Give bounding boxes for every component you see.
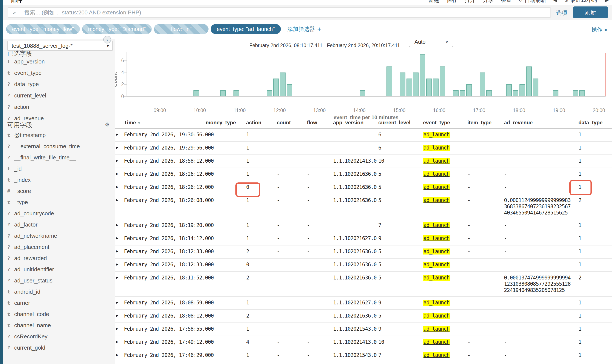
column-header-money_type[interactable]: money_type xyxy=(206,119,246,126)
expand-row-button[interactable]: ▸ xyxy=(114,272,124,281)
menu-item-检查[interactable]: 检查 xyxy=(501,0,511,4)
available-field-_id[interactable]: t_id xyxy=(3,163,115,174)
histogram-bar[interactable] xyxy=(453,90,458,96)
histogram-bar[interactable] xyxy=(280,73,286,96)
expand-row-button[interactable]: ▸ xyxy=(114,336,124,345)
histogram-bar[interactable] xyxy=(420,54,425,96)
histogram-bar[interactable] xyxy=(486,90,492,96)
histogram-bar[interactable] xyxy=(413,73,418,96)
expand-row-button[interactable]: ▸ xyxy=(114,181,124,190)
available-field-ad_rewarded[interactable]: ?ad_rewarded xyxy=(3,253,115,264)
column-header-count[interactable]: count xyxy=(277,119,307,126)
available-field-__external_consume_time__[interactable]: ?__external_consume_time__ xyxy=(3,141,115,152)
chevron-right-icon[interactable]: ▶ xyxy=(605,0,609,4)
menu-item-分享[interactable]: 分享 xyxy=(483,0,494,4)
expand-row-button[interactable]: ▸ xyxy=(114,246,124,254)
expand-row-button[interactable]: ▸ xyxy=(114,310,124,319)
expand-row-button[interactable]: ▸ xyxy=(114,323,124,332)
histogram-bar[interactable] xyxy=(553,90,559,96)
gear-icon[interactable]: ⚙ xyxy=(104,121,110,128)
filter-pill[interactable]: money_type: "Diamond" xyxy=(82,24,152,34)
histogram-bar[interactable] xyxy=(360,90,365,96)
histogram-bar[interactable] xyxy=(533,78,538,96)
available-field-ad_user_status[interactable]: ?ad_user_status xyxy=(3,275,115,286)
available-field-ad_unitIdentifier[interactable]: ?ad_unitIdentifier xyxy=(3,264,115,275)
filter-pill[interactable]: flow: "in" xyxy=(154,24,208,34)
expand-row-button[interactable]: ▸ xyxy=(114,219,124,228)
column-header-data_type[interactable]: data_type xyxy=(578,119,612,126)
available-field-carrier[interactable]: tcarrier xyxy=(3,297,115,309)
column-header-current_level[interactable]: current_level xyxy=(378,119,423,126)
histogram-bar[interactable] xyxy=(526,66,532,96)
expand-row-button[interactable]: ▸ xyxy=(114,168,124,177)
search-input[interactable] xyxy=(24,9,551,16)
expand-row-button[interactable]: ▸ xyxy=(114,155,124,164)
histogram-bar[interactable] xyxy=(440,66,445,96)
refresh-button[interactable]: 刷新 xyxy=(573,6,608,18)
menu-item-最近12小时[interactable]: ⊙最近12小时 xyxy=(564,0,598,4)
histogram-bar[interactable] xyxy=(406,78,412,96)
column-header-ad_revenue[interactable]: ad_revenue xyxy=(504,119,578,126)
menu-item-自动刷新[interactable]: ⟳自动刷新 xyxy=(519,0,546,4)
histogram-bar[interactable] xyxy=(573,90,578,96)
available-field-csRecordKey[interactable]: ?csRecordKey xyxy=(3,331,115,342)
available-field-ad_networkname[interactable]: ?ad_networkname xyxy=(3,230,115,241)
left-nav-strip[interactable] xyxy=(0,0,3,364)
filter-pill[interactable]: event_type: "ad_launch" xyxy=(211,24,281,34)
expand-row-button[interactable]: ▸ xyxy=(114,142,124,151)
histogram-bar[interactable] xyxy=(460,90,465,96)
filter-pill[interactable]: event_type: "money_flow" xyxy=(6,24,80,34)
available-field-channel_name[interactable]: tchannel_name xyxy=(3,320,115,331)
selected-field-app_version[interactable]: tapp_version xyxy=(3,56,115,67)
histogram-bar[interactable] xyxy=(220,90,226,96)
selected-field-data_type[interactable]: ?data_type xyxy=(3,79,115,90)
histogram-bar[interactable] xyxy=(234,90,239,96)
options-link[interactable]: 选项 xyxy=(556,9,567,17)
menu-item-新建[interactable]: 新建 xyxy=(429,0,439,4)
histogram-bar[interactable] xyxy=(579,90,585,96)
selected-field-action[interactable]: ?action xyxy=(3,101,115,113)
column-header-event_type[interactable]: event_type xyxy=(423,119,467,126)
available-field-ad_factor[interactable]: ?ad_factor xyxy=(3,219,115,230)
expand-row-button[interactable]: ▸ xyxy=(114,129,124,137)
menu-item-保存[interactable]: 保存 xyxy=(446,0,457,4)
collapse-sidebar-button[interactable]: ‹ xyxy=(103,36,111,43)
available-field-ad_placement[interactable]: ?ad_placement xyxy=(3,241,115,253)
histogram-bar[interactable] xyxy=(267,90,272,96)
column-header-time[interactable]: Time▼ xyxy=(124,119,206,126)
histogram-bar[interactable] xyxy=(466,84,472,96)
histogram-bar[interactable] xyxy=(387,66,392,96)
selected-field-current_level[interactable]: ?current_level xyxy=(3,90,115,101)
available-field-ad_countrycode[interactable]: ?ad_countrycode xyxy=(3,208,115,219)
menu-item-打开[interactable]: 打开 xyxy=(465,0,475,4)
expand-row-button[interactable]: ▸ xyxy=(114,349,124,358)
available-field-android_id[interactable]: tandroid_id xyxy=(3,286,115,297)
histogram-bar[interactable] xyxy=(513,90,518,96)
available-field-_type[interactable]: t_type xyxy=(3,197,115,208)
histogram-bar[interactable] xyxy=(520,84,525,96)
histogram-bar[interactable] xyxy=(287,84,292,96)
available-field-_index[interactable]: t_index xyxy=(3,174,115,185)
expand-row-button[interactable]: ▸ xyxy=(114,194,124,203)
histogram-bar[interactable] xyxy=(426,78,432,96)
column-header-action[interactable]: action xyxy=(246,119,277,126)
filter-actions-link[interactable]: 操作 ▶ xyxy=(591,26,608,33)
histogram-bar[interactable] xyxy=(506,84,512,96)
add-filter-link[interactable]: 添加筛选器+ xyxy=(287,25,321,33)
available-field-channel_code[interactable]: tchannel_code xyxy=(3,309,115,320)
histogram-bar[interactable] xyxy=(400,73,405,96)
available-field-__final_write_file_time__[interactable]: ?__final_write_file_time__ xyxy=(3,152,115,163)
available-field-current_gold[interactable]: ?current_gold xyxy=(3,342,115,353)
column-header-flow[interactable]: flow xyxy=(307,119,333,126)
histogram-bar[interactable] xyxy=(194,90,199,96)
histogram-bar[interactable] xyxy=(480,73,485,96)
histogram-bar[interactable] xyxy=(433,78,439,96)
expand-row-button[interactable]: ▸ xyxy=(114,232,124,241)
chevron-left-icon[interactable]: ◀ xyxy=(553,0,557,4)
column-header-item_type[interactable]: item_type xyxy=(467,119,504,126)
expand-row-button[interactable]: ▸ xyxy=(114,297,124,305)
selected-field-event_type[interactable]: tevent_type xyxy=(3,67,115,79)
column-header-app_version[interactable]: app_version xyxy=(333,119,378,126)
available-field-_score[interactable]: #_score xyxy=(3,185,115,197)
available-field-@timestamp[interactable]: t@timestamp xyxy=(3,130,115,141)
